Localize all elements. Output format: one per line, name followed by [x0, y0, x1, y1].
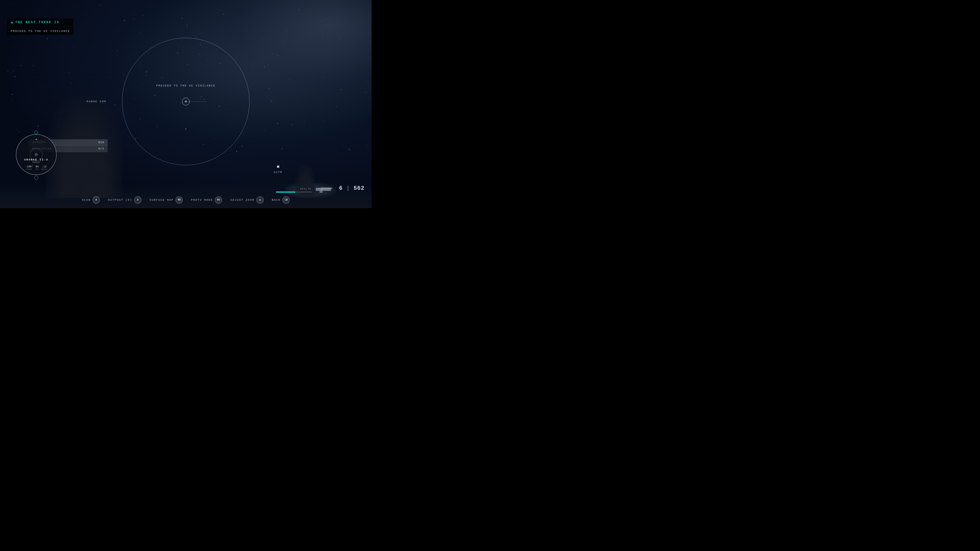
ammo-display: 6 | 562 — [339, 185, 364, 192]
star — [142, 15, 143, 16]
star — [264, 130, 265, 131]
star — [19, 132, 19, 132]
scanner-circle: PROCEED TO THE UC VIGILANCE RANGE 20M — [122, 38, 250, 165]
reticle-dot — [186, 101, 186, 102]
nav-button-4[interactable]: ⊕ — [256, 197, 264, 203]
star — [100, 5, 100, 5]
reticle — [182, 98, 189, 105]
star — [124, 20, 125, 21]
nav-button-1[interactable]: X — [134, 197, 142, 203]
star — [123, 75, 124, 75]
star — [87, 16, 87, 16]
star — [277, 141, 277, 142]
weapon-icon — [316, 184, 336, 193]
minimap: ⬡ ARANAE II-A MOON -198° TEMP 0% O2 .13 … — [16, 134, 57, 175]
gun-handle — [320, 189, 323, 193]
distance-indicator: ◆ 317M — [274, 163, 282, 174]
star — [236, 143, 237, 143]
survey-percent: 91% — [98, 141, 104, 144]
star — [41, 87, 42, 88]
star — [8, 71, 8, 72]
minimap-grav-stat: .13 GRAV — [41, 165, 47, 170]
nav-item-outpost-6[interactable]: OUTPOST (6)X — [108, 197, 142, 203]
minimap-planet-name: ARANAE II-A — [24, 158, 48, 161]
health-panel: HEALTH — [276, 188, 312, 193]
star — [254, 141, 255, 142]
quest-objective-bar: PROCEED TO THE UC VIGILANCE — [7, 27, 73, 35]
health-bar-fill — [276, 192, 296, 192]
resources-value: 0/2 — [98, 147, 104, 150]
minimap-o2-stat: 0% O2 — [35, 165, 38, 170]
nav-bar: SCANAOUTPOST (6)XSURFACE MAPRBPHOTO MODE… — [0, 194, 372, 208]
minimap-north-indicator — [35, 138, 37, 140]
nav-item-photo-mode[interactable]: PHOTO MODERS — [191, 197, 222, 203]
quest-objective-text: PROCEED TO THE UC VIGILANCE — [11, 30, 70, 33]
minimap-temp-value: -198° — [25, 165, 33, 168]
nav-button-0[interactable]: A — [93, 197, 100, 203]
nav-item-adjust-zoom[interactable]: ADJUST ZOOM⊕ — [230, 197, 264, 203]
quest-panel: ◈ THE BEST THERE IS PROCEED TO THE UC VI… — [7, 18, 73, 35]
star — [102, 40, 102, 40]
minimap-player-dot — [35, 153, 38, 156]
star — [242, 146, 242, 147]
quest-title-bar: ◈ THE BEST THERE IS — [7, 18, 73, 27]
star — [12, 94, 13, 95]
nav-button-3[interactable]: RS — [215, 197, 222, 203]
star — [47, 38, 47, 39]
star — [49, 56, 50, 56]
star — [117, 50, 118, 51]
star — [165, 35, 165, 35]
health-label: HEALTH — [300, 188, 311, 190]
ammo-total-value: 562 — [353, 185, 364, 192]
star — [254, 152, 254, 153]
objective-label: PROCEED TO THE UC VIGILANCE — [156, 84, 215, 87]
star — [10, 4, 11, 4]
ammo-separator: | — [343, 185, 354, 192]
star — [236, 151, 237, 151]
health-bar-container — [276, 191, 312, 193]
star — [71, 83, 72, 83]
star — [69, 72, 69, 73]
distance-value: 317M — [274, 171, 282, 174]
range-label: RANGE 20M — [86, 100, 106, 103]
minimap-o2-value: 0% — [35, 165, 38, 168]
nav-label-1: OUTPOST (6) — [108, 198, 132, 202]
star — [14, 76, 14, 77]
minimap-grav-label: GRAV — [41, 168, 47, 170]
minimap-temp-stat: -198° TEMP — [25, 165, 33, 170]
star — [140, 33, 141, 33]
star — [11, 73, 11, 73]
nav-label-3: PHOTO MODE — [191, 198, 213, 202]
star — [13, 37, 14, 37]
scanner-blip — [185, 128, 186, 130]
nav-label-0: SCAN — [82, 198, 91, 202]
quest-title-text: THE BEST THERE IS — [15, 21, 59, 24]
nav-label-2: SURFACE MAP — [150, 198, 174, 202]
star — [349, 149, 350, 150]
star — [12, 99, 13, 99]
minimap-hex-icon: ⬡ — [34, 130, 38, 135]
star — [15, 76, 15, 77]
star — [117, 56, 117, 56]
minimap-planet-type: MOON — [24, 161, 48, 164]
star — [282, 148, 282, 149]
nav-label-5: BACK — [272, 198, 280, 202]
ammo-current-value: 6 — [339, 185, 343, 192]
nav-button-5[interactable]: LB — [283, 197, 290, 203]
hud-right: HEALTH 6 | 562 — [276, 184, 364, 193]
minimap-o2-label: O2 — [35, 168, 38, 170]
minimap-temp-label: TEMP — [25, 168, 33, 170]
distance-arrow-icon: ◆ — [275, 163, 281, 170]
nav-item-scan[interactable]: SCANA — [82, 197, 100, 203]
star — [98, 59, 98, 59]
nav-button-2[interactable]: RB — [176, 197, 183, 203]
star — [134, 19, 134, 19]
star — [72, 47, 73, 48]
nav-item-back[interactable]: BACKLB — [272, 197, 290, 203]
nav-label-4: ADJUST ZOOM — [230, 198, 255, 202]
nav-item-surface-map[interactable]: SURFACE MAPRB — [150, 197, 183, 203]
gun-body — [316, 188, 331, 191]
weapon-panel: 6 | 562 — [316, 184, 364, 193]
minimap-location-label: ARANAE II-A MOON — [24, 158, 48, 164]
star — [86, 20, 86, 21]
